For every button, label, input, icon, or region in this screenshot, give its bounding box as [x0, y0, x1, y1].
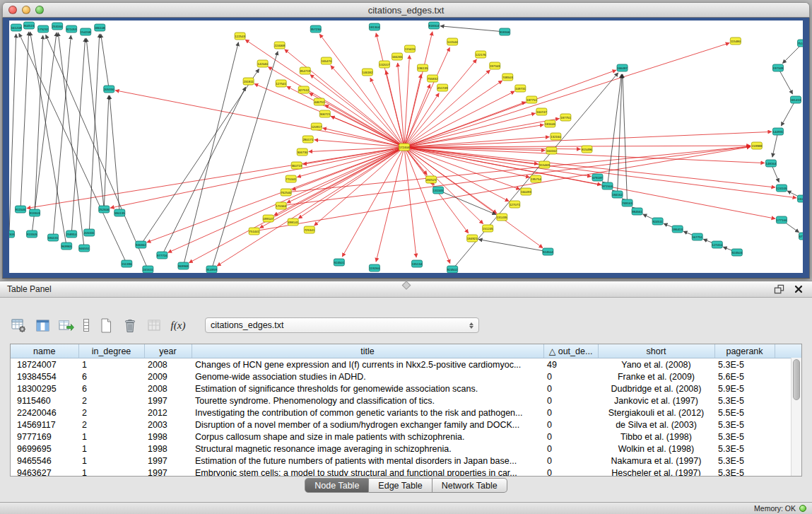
column-header-title[interactable]: title	[192, 344, 543, 358]
graph-node[interactable]: 762540	[281, 189, 291, 196]
graph-node[interactable]: 590135	[114, 209, 125, 216]
graph-node[interactable]: 252606	[99, 206, 110, 213]
graph-node[interactable]: 186413	[672, 226, 683, 233]
graph-edge[interactable]	[286, 146, 751, 192]
graph-node[interactable]: 751441	[249, 228, 259, 235]
graph-node[interactable]: 911546	[16, 206, 26, 213]
graph-node[interactable]: 971504	[602, 182, 613, 189]
graph-node[interactable]: 725341	[304, 226, 314, 233]
graph-node[interactable]: 224068	[274, 42, 285, 49]
table-row[interactable]: 1830029562008Estimation of significance …	[11, 382, 801, 395]
column-header-year[interactable]: year	[144, 344, 192, 358]
graph-node[interactable]: 177100	[776, 216, 787, 223]
graph-edge[interactable]	[168, 147, 404, 252]
table-row[interactable]: 1872400712008Changes of HCN gene express…	[11, 358, 801, 371]
graph-edge[interactable]	[314, 140, 404, 147]
graph-node[interactable]: 160747	[536, 108, 547, 115]
graph-node[interactable]: 132017	[379, 61, 389, 68]
graph-edge[interactable]	[35, 35, 43, 213]
graph-edge[interactable]	[478, 240, 548, 252]
table-scrollbar[interactable]	[791, 358, 801, 476]
column-header-short[interactable]: short	[598, 344, 714, 358]
graph-node[interactable]: 186108	[95, 24, 105, 31]
graph-edge[interactable]	[268, 67, 404, 147]
graph-node[interactable]: 818305	[9, 230, 15, 238]
graph-node[interactable]: 146182	[362, 69, 372, 76]
graph-node[interactable]: 099147	[263, 215, 273, 222]
table-row[interactable]: 977716911998Corpus callosum shape and si…	[11, 431, 801, 443]
table-row[interactable]: 2242004622012Investigating the contribut…	[11, 407, 801, 419]
graph-node[interactable]: 184162	[612, 191, 623, 198]
graph-node[interactable]: 913303	[30, 209, 40, 216]
graph-edge[interactable]	[110, 147, 404, 208]
graph-edge[interactable]	[314, 147, 404, 226]
graph-node[interactable]: 498141	[288, 218, 298, 226]
graph-edge[interactable]	[778, 68, 793, 94]
graph-node[interactable]: 175232	[38, 25, 49, 33]
zoom-window-button[interactable]	[35, 6, 44, 14]
network-graph[interactable]: 1724041225432240681420402318111275418547…	[9, 21, 803, 273]
graph-edge[interactable]	[245, 40, 404, 147]
graph-node[interactable]: 451749	[437, 84, 448, 91]
graph-node[interactable]: 770341	[286, 175, 296, 182]
graph-node[interactable]: 748503	[502, 74, 513, 81]
graph-edge[interactable]	[404, 55, 409, 147]
graph-node[interactable]: 127071	[510, 201, 520, 208]
graph-node[interactable]: 258910	[66, 230, 77, 238]
graph-edge[interactable]	[404, 93, 439, 147]
tab-edge-table[interactable]: Edge Table	[369, 478, 432, 493]
graph-edge[interactable]	[331, 116, 404, 147]
graph-edge[interactable]	[781, 100, 796, 126]
graph-node[interactable]: 197343	[490, 62, 500, 69]
graph-node[interactable]: 195754	[531, 175, 541, 182]
graph-edge[interactable]	[404, 147, 450, 264]
graph-node[interactable]: 205331	[84, 229, 95, 236]
graph-node[interactable]: 187751	[560, 114, 571, 121]
row-list-button[interactable]	[81, 316, 92, 334]
scrollbar-thumb[interactable]	[793, 359, 800, 400]
graph-edge[interactable]	[110, 95, 119, 213]
column-header-out_degree[interactable]: △ out_de...	[543, 344, 598, 358]
graph-node[interactable]: 144931	[772, 128, 783, 135]
graph-node[interactable]: 131435	[497, 214, 507, 221]
table-row[interactable]: 946362711997Embryonic stem cells: a mode…	[11, 467, 801, 477]
graph-edge[interactable]	[404, 147, 416, 257]
graph-node[interactable]: 167751	[692, 233, 702, 240]
graph-node[interactable]: 148164	[765, 160, 776, 167]
graph-node[interactable]: 679187	[592, 174, 603, 181]
graph-node[interactable]: 924502	[447, 266, 458, 273]
graph-node[interactable]: 119260	[369, 264, 379, 271]
graph-edge[interactable]	[101, 34, 110, 89]
graph-edge[interactable]	[71, 38, 85, 234]
graph-node[interactable]: 492521	[426, 176, 437, 183]
graph-node[interactable]: 160162	[546, 147, 557, 154]
close-panel-button[interactable]	[792, 284, 805, 295]
graph-edge[interactable]	[772, 132, 778, 157]
table-row[interactable]: 946554611997Estimation of the future num…	[11, 455, 801, 467]
graph-node[interactable]: 135134	[412, 260, 423, 267]
graph-node[interactable]: 151396	[122, 260, 132, 267]
graph-node[interactable]: 924511	[652, 218, 663, 225]
graph-edge[interactable]	[162, 87, 245, 255]
graph-node[interactable]: 166487	[617, 64, 628, 71]
graph-node[interactable]: 977716	[157, 252, 167, 259]
graph-node[interactable]: 924501	[334, 259, 344, 266]
graph-node[interactable]: 172404	[399, 144, 409, 151]
graph-node[interactable]: 154208	[81, 28, 91, 35]
graph-node[interactable]: 427512	[298, 86, 309, 93]
graph-edge[interactable]	[404, 113, 536, 147]
graph-node[interactable]: 127410	[712, 241, 722, 248]
graph-node[interactable]: 196135	[418, 64, 428, 71]
graph-node[interactable]: 122176	[476, 51, 486, 58]
splitter-handle-icon[interactable]	[401, 281, 411, 290]
table-row[interactable]: 969969511998Structural magnetic resonanc…	[11, 443, 801, 455]
graph-node[interactable]: 181646	[545, 120, 555, 127]
graph-node[interactable]: 120917	[311, 123, 322, 130]
graph-node[interactable]: 946362	[136, 241, 146, 248]
graph-node[interactable]: 914859	[206, 266, 217, 273]
graph-node[interactable]: 184921	[467, 235, 478, 242]
graph-node[interactable]: 131345	[433, 187, 444, 194]
delete-button[interactable]	[120, 316, 140, 334]
graph-node[interactable]: 769163	[622, 199, 632, 206]
graph-node[interactable]: 115420	[404, 45, 415, 52]
